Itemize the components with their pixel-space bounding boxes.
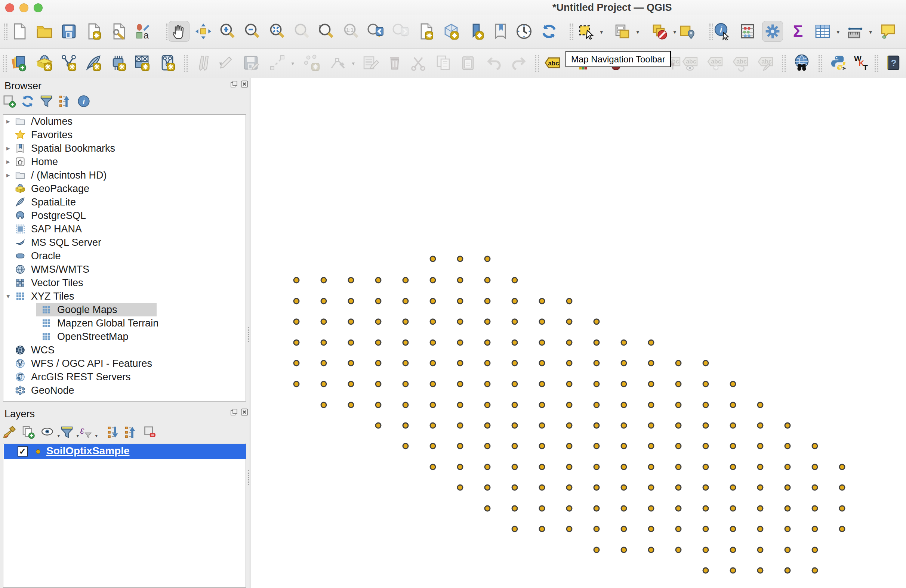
remove-layer-button[interactable] [140,423,158,441]
filter-browser-button[interactable] [37,92,55,110]
select-features-by-value-button[interactable]: ▾ [612,21,633,42]
close-window-button[interactable] [5,3,14,12]
zoom-out-button[interactable] [242,21,263,42]
map-tips-button[interactable] [877,21,898,42]
show-statistics-button[interactable]: Σ [788,21,809,42]
layer-labeling-button[interactable]: abc [542,52,563,73]
expand-all-button[interactable] [104,423,122,441]
filter-by-expression-dropdown[interactable]: ▾ [95,433,97,438]
new-temporary-scratch-layer-button[interactable] [157,52,178,73]
browser-float-button[interactable] [230,80,238,89]
layers-float-button[interactable] [230,408,238,416]
browser-item-spatial-bookmarks[interactable]: ▸Spatial Bookmarks [3,142,246,155]
pan-map-button[interactable] [169,21,190,42]
new-project-button[interactable] [9,21,30,42]
new-map-view-button[interactable] [415,21,436,42]
new-virtual-layer-button[interactable] [108,52,129,73]
statistical-summary-button[interactable] [737,21,758,42]
browser-item-macintosh-hd[interactable]: ▸/ (Macintosh HD) [3,169,246,182]
open-layer-styling-button[interactable] [0,423,18,441]
browser-close-button[interactable] [240,80,249,89]
show-layout-manager-button[interactable] [108,21,129,42]
new-mesh-layer-button[interactable] [132,52,153,73]
select-features-by-rectangle-dropdown[interactable]: ▾ [600,29,603,35]
browser-item-wms-wmts[interactable]: WMS/WMTS [3,263,246,276]
browser-item-geonode[interactable]: GeoNode [3,384,246,397]
open-attribute-table-button[interactable]: ▾ [812,21,833,42]
browser-item-volumes[interactable]: ▸/Volumes [3,115,246,128]
metasearch-button[interactable] [791,52,812,73]
layer-visibility-checkbox[interactable]: ✓ [18,446,28,456]
manage-map-themes-button[interactable]: ▾ [39,423,57,441]
pan-to-selection-button[interactable] [193,21,214,42]
disclosure-right-icon[interactable]: ▸ [6,115,10,128]
processing-toolbox-button[interactable] [762,21,783,42]
vertex-tool-dropdown[interactable]: ▾ [352,60,355,67]
minimize-window-button[interactable] [19,3,29,12]
zoom-last-button[interactable] [365,21,386,42]
new-spatialite-layer-button[interactable] [83,52,104,73]
select-features-by-value-dropdown[interactable]: ▾ [636,29,639,35]
browser-item-openstreetmap[interactable]: OpenStreetMap [3,330,246,343]
measure-line-button[interactable]: ▾ [845,21,866,42]
deselect-features-button[interactable]: ▾ [649,21,670,42]
browser-item-vector-tiles[interactable]: Vector Tiles [3,276,246,290]
browser-item-oracle[interactable]: Oracle [3,249,246,263]
disclosure-down-icon[interactable]: ▾ [6,290,10,303]
browser-item-xyz-tiles[interactable]: ▾XYZ Tiles [3,290,246,303]
collapse-all-button[interactable] [56,92,73,110]
layers-close-button[interactable] [240,408,249,416]
save-project-button[interactable] [58,21,79,42]
wkt-tools-button[interactable]: WKT [851,52,872,73]
new-3d-map-view-button[interactable] [441,21,462,42]
style-manager-button[interactable]: a [132,21,153,42]
browser-item-postgresql[interactable]: PostgreSQL [3,209,246,222]
zoom-in-button[interactable] [217,21,238,42]
select-by-location-button[interactable] [676,21,697,42]
browser-item-google-maps[interactable]: Google Maps [3,303,246,316]
disclosure-right-icon[interactable]: ▸ [6,169,10,182]
add-selected-layers-button[interactable] [0,92,18,110]
add-vector-layer-button[interactable] [34,52,55,73]
collapse-all-button[interactable] [121,423,139,441]
disclosure-right-icon[interactable]: ▸ [6,155,10,169]
select-features-by-rectangle-button[interactable]: ▾ [576,21,597,42]
browser-item-sap-hana[interactable]: SAP HANA [3,222,246,236]
help-button[interactable]: ? [883,52,904,73]
deselect-features-dropdown[interactable]: ▾ [673,29,676,35]
disclosure-right-icon[interactable]: ▸ [6,142,10,155]
temporal-controller-button[interactable] [514,21,534,42]
identify-features-button[interactable]: i [711,21,732,42]
measure-line-dropdown[interactable]: ▾ [869,29,872,35]
zoom-full-extent-button[interactable] [267,21,288,42]
browser-item-favorites[interactable]: Favorites [3,128,246,142]
filter-by-expression-button[interactable]: ε▾ [77,423,94,441]
refresh-browser-button[interactable] [19,92,37,110]
add-group-button[interactable] [19,423,37,441]
browser-item-geopackage[interactable]: GeoPackage [3,182,246,195]
map-canvas[interactable] [250,78,906,588]
zoom-to-layer-button[interactable] [316,21,337,42]
browser-item-ms-sql-server[interactable]: MS SQL Server [3,236,246,249]
browser-item-home[interactable]: ▸Home [3,155,246,169]
python-console-button[interactable] [828,52,849,73]
new-spatial-bookmark-button[interactable] [466,21,486,42]
new-geopackage-layer-button[interactable] [58,52,79,73]
show-spatial-bookmarks-button[interactable] [490,21,511,42]
browser-item-spatialite[interactable]: SpatiaLite [3,195,246,209]
layer-row-soiloptixsample[interactable]: ✓ SoilOptixSample [4,444,246,459]
open-project-button[interactable] [34,21,55,42]
browser-item-wfs-ogc-api-features[interactable]: WFS / OGC API - Features [3,357,246,370]
digitize-with-segment-dropdown[interactable]: ▾ [291,60,294,67]
new-print-layout-button[interactable] [83,21,104,42]
filter-legend-button[interactable]: ▾ [58,423,76,441]
refresh-map-button[interactable] [539,21,560,42]
open-attribute-table-dropdown[interactable]: ▾ [836,29,839,35]
open-data-source-manager-button[interactable] [9,52,30,73]
zoom-window-button[interactable] [33,3,43,12]
show-properties-button[interactable]: i [75,92,93,110]
browser-item-arcgis-rest-servers[interactable]: ArcGIS REST Servers [3,370,246,384]
browser-item-mapzen-global-terrain[interactable]: Mapzen Global Terrain [3,316,246,330]
browser-item-wcs[interactable]: WCS [3,343,246,357]
layer-name[interactable]: SoilOptixSample [46,445,130,457]
